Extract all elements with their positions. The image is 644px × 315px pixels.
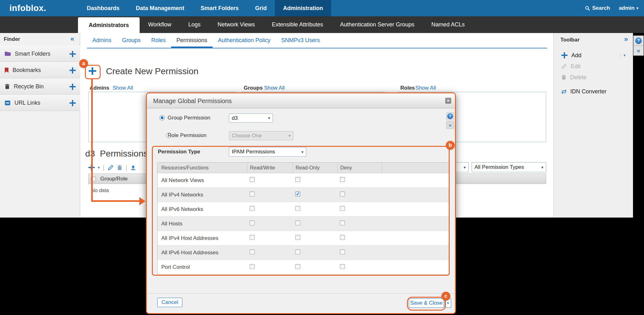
nav-smart-folders[interactable]: Smart Folders: [192, 0, 247, 16]
delete-permission-icon[interactable]: [117, 165, 122, 171]
permissions-section-heading: d3 Permissions: [85, 149, 148, 159]
read-only-checkbox[interactable]: [295, 206, 300, 211]
deny-checkbox[interactable]: [340, 177, 345, 182]
deny-checkbox[interactable]: [340, 191, 345, 196]
expand-toolbar-icon[interactable]: »: [624, 36, 628, 42]
tab-extensible-attributes[interactable]: Extensible Attributes: [263, 16, 331, 33]
toolbar-add-button[interactable]: Add ▾: [554, 50, 633, 60]
resource-name: Port Control: [158, 264, 247, 270]
save-options-dropdown[interactable]: ▾: [445, 298, 451, 308]
permission-type-label: Permission Type: [158, 149, 200, 155]
read-only-checkbox[interactable]: [295, 235, 300, 240]
create-permission-add-icon[interactable]: [89, 67, 96, 75]
toolbar-edit-label: Edit: [571, 63, 580, 70]
add-smart-folder-icon[interactable]: [69, 51, 76, 57]
manage-global-permissions-dialog: Manage Global Permissions × Group Permis…: [146, 92, 456, 314]
edit-permission-icon[interactable]: [108, 164, 114, 171]
finder-item-label: Bookmarks: [13, 67, 69, 74]
tab-workflow[interactable]: Workflow: [140, 16, 180, 33]
read-only-checkbox[interactable]: [295, 220, 300, 225]
read-write-checkbox[interactable]: [250, 249, 255, 254]
chevron-down-icon: ▾: [464, 165, 466, 170]
tab-auth-server-groups[interactable]: Authentication Server Groups: [332, 16, 423, 33]
deny-checkbox[interactable]: [340, 264, 345, 269]
read-write-checkbox[interactable]: [250, 220, 255, 225]
dialog-help-button[interactable]: ?: [446, 112, 454, 120]
search-button[interactable]: Search: [585, 5, 610, 11]
collapse-finder-icon[interactable]: «: [70, 36, 74, 42]
tab-administrators[interactable]: Administrators: [78, 17, 140, 33]
recycle-bin-icon: [4, 84, 10, 90]
deny-checkbox[interactable]: [340, 249, 345, 254]
add-permission-icon[interactable]: [88, 164, 95, 171]
admins-show-all-link[interactable]: Show All: [113, 85, 133, 91]
read-write-checkbox[interactable]: [250, 264, 255, 269]
tab-named-acls[interactable]: Named ACLs: [423, 16, 473, 33]
finder-item-smart-folders[interactable]: Smart Folders: [0, 46, 80, 62]
upload-icon[interactable]: [130, 165, 136, 171]
deny-checkbox[interactable]: [340, 220, 345, 225]
help-button[interactable]: ?: [633, 36, 644, 46]
subtab-permissions[interactable]: Permissions: [171, 33, 213, 48]
column-header-blank: [382, 163, 449, 173]
group-permission-select[interactable]: d3 ▾: [229, 113, 273, 123]
finder-panel: Finder « Smart Folders Bookmarks Recycle…: [0, 33, 80, 218]
read-only-checkbox[interactable]: [295, 177, 300, 182]
close-icon[interactable]: ×: [445, 98, 451, 104]
nav-data-management[interactable]: Data Management: [128, 0, 192, 16]
subtab-groups[interactable]: Groups: [117, 33, 146, 48]
groups-show-all-link[interactable]: Show All: [264, 85, 285, 91]
group-permission-label: Group Permission: [168, 115, 210, 121]
global-permissions-table: Resources/Functions Read/Write Read-Only…: [157, 162, 450, 275]
group-permission-radio[interactable]: [159, 115, 165, 120]
finder-item-bookmarks[interactable]: Bookmarks: [0, 62, 80, 78]
subtab-authentication-policy[interactable]: Authentication Policy: [213, 33, 276, 48]
read-write-checkbox[interactable]: [250, 177, 255, 182]
toolbar-edit-button[interactable]: Edit: [554, 61, 633, 71]
add-url-link-icon[interactable]: [69, 100, 76, 106]
dialog-header: Manage Global Permissions ×: [147, 93, 455, 108]
read-write-checkbox[interactable]: [250, 206, 255, 211]
read-only-checkbox[interactable]: [295, 249, 300, 254]
nav-grid[interactable]: Grid: [247, 0, 275, 16]
read-only-checkbox[interactable]: [295, 191, 300, 196]
deny-checkbox[interactable]: [340, 235, 345, 240]
add-recycle-bin-icon[interactable]: [69, 84, 76, 90]
nav-administration[interactable]: Administration: [275, 0, 331, 16]
resource-name: All IPv6 Host Addresses: [158, 250, 247, 256]
deny-checkbox[interactable]: [340, 206, 345, 211]
toolbar-idn-converter-button[interactable]: ⇄ IDN Converter: [554, 86, 633, 97]
tab-logs[interactable]: Logs: [180, 16, 209, 33]
chevron-down-icon: ▾: [268, 116, 270, 120]
roles-show-all-link[interactable]: Show All: [415, 85, 436, 91]
permission-types-filter-select[interactable]: All Permission Types ▾: [472, 162, 546, 172]
add-dropdown-icon[interactable]: ▾: [620, 53, 625, 58]
subtab-snmpv3-users[interactable]: SNMPv3 Users: [276, 33, 325, 48]
dialog-collapse-button[interactable]: «: [446, 121, 454, 129]
infoblox-logo: infoblox.: [9, 0, 46, 16]
nav-dashboards[interactable]: Dashboards: [79, 0, 128, 16]
select-all-checkbox[interactable]: [91, 176, 96, 181]
resource-name: All Network Views: [158, 177, 247, 184]
add-permission-dropdown-icon[interactable]: ▾: [98, 165, 100, 170]
finder-item-recycle-bin[interactable]: Recycle Bin: [0, 79, 80, 95]
subtab-admins[interactable]: Admins: [87, 33, 117, 48]
smart-folders-icon: [4, 51, 11, 57]
column-header-read-only: Read-Only: [293, 163, 337, 173]
collapse-help-icon[interactable]: «: [633, 46, 644, 56]
add-bookmark-icon[interactable]: [69, 67, 76, 74]
subtab-roles[interactable]: Roles: [146, 33, 171, 48]
read-write-checkbox[interactable]: [250, 235, 255, 240]
tab-network-views[interactable]: Network Views: [209, 16, 264, 33]
permission-type-select[interactable]: IPAM Permissions ▾: [229, 147, 306, 157]
user-menu[interactable]: admin ▾: [619, 5, 638, 11]
read-write-checkbox[interactable]: [250, 191, 255, 196]
cancel-button[interactable]: Cancel: [157, 298, 182, 307]
table-row: All IPv6 Host Addresses: [158, 246, 449, 260]
save-and-close-button[interactable]: Save & Close: [409, 298, 444, 308]
table-row: All IPv6 Networks: [158, 202, 449, 217]
read-only-checkbox[interactable]: [295, 264, 300, 269]
toolbar-delete-button[interactable]: Delete: [554, 72, 633, 82]
permission-types-filter-value: All Permission Types: [475, 164, 524, 170]
finder-item-url-links[interactable]: URL Links: [0, 95, 80, 111]
